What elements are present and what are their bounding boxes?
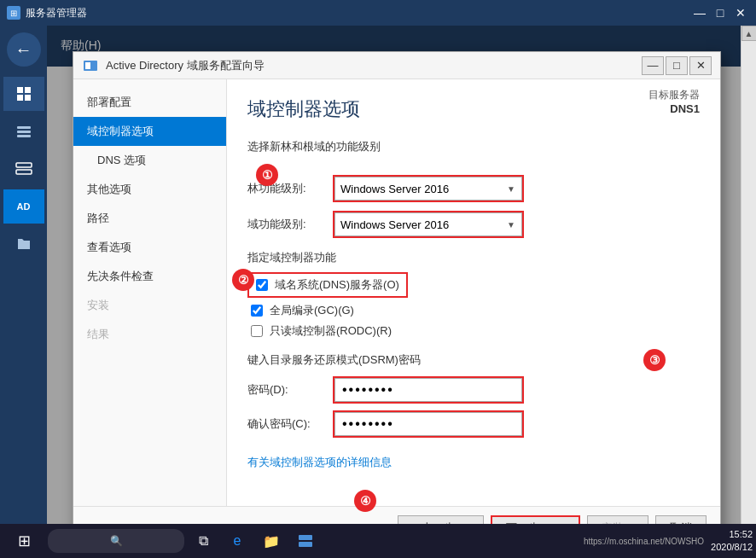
start-button[interactable]: ⊞ xyxy=(3,526,44,556)
modal-overlay: Active Directory 域服务配置向导 — □ ✕ 部署配置 域控制器… xyxy=(47,26,741,558)
gc-checkbox[interactable] xyxy=(251,305,263,317)
svg-rect-8 xyxy=(16,170,32,174)
close-button[interactable]: ✕ xyxy=(732,4,749,21)
dialog-title: Active Directory 域服务配置向导 xyxy=(106,58,642,73)
sidebar-item-files[interactable] xyxy=(3,227,44,261)
svg-rect-4 xyxy=(17,126,31,129)
nav-item-dns-options[interactable]: DNS 选项 xyxy=(73,146,226,175)
sidebar-item-dashboard[interactable] xyxy=(3,77,44,111)
domain-level-select-container: Windows Server 2016 Windows Server 2012 … xyxy=(334,212,522,236)
svg-rect-2 xyxy=(17,95,23,101)
annotation-2: ② xyxy=(232,269,254,291)
confirm-password-input-wrapper xyxy=(333,410,524,438)
nav-item-dc-options[interactable]: 域控制器选项 xyxy=(73,117,226,146)
dialog-body: 部署配置 域控制器选项 DNS 选项 其他选项 路径 查看选项 先决条件检查 安… xyxy=(73,79,720,506)
minimize-button[interactable]: — xyxy=(691,4,708,21)
info-link[interactable]: 有关域控制器选项的详细信息 xyxy=(247,456,392,468)
dialog-icon xyxy=(82,57,99,74)
target-server-label: 目标服务器 xyxy=(648,88,700,102)
password-label: 密码(D): xyxy=(247,382,333,398)
taskbar-date: 2020/8/12 xyxy=(711,541,753,554)
svg-rect-6 xyxy=(17,135,31,137)
target-server-name: DNS1 xyxy=(648,102,700,115)
dns-checkbox-wrapper: 域名系统(DNS)服务器(O) xyxy=(247,272,408,298)
domain-level-select-wrapper: Windows Server 2016 Windows Server 2012 … xyxy=(333,211,524,238)
maximize-button[interactable]: □ xyxy=(712,4,729,21)
dialog-title-bar: Active Directory 域服务配置向导 — □ ✕ xyxy=(73,52,720,79)
nav-item-other-options[interactable]: 其他选项 xyxy=(73,175,226,204)
sidebar-item-ad[interactable]: AD xyxy=(3,189,44,224)
ie-button[interactable]: e xyxy=(222,526,253,556)
dns-checkbox[interactable] xyxy=(256,279,268,291)
wizard-content: 目标服务器 DNS1 域控制器选项 选择新林和根域的功能级别 ① xyxy=(227,79,720,506)
taskbar-url: https://m.oschina.net/NOWSHO xyxy=(584,537,704,546)
svg-rect-3 xyxy=(25,95,31,101)
taskbar-right: https://m.oschina.net/NOWSHO 15:52 2020/… xyxy=(584,528,753,555)
content-area: 帮助(H) Active Directory 域服务配置向导 — □ xyxy=(47,26,741,558)
window-title: 服务器管理器 xyxy=(26,6,691,20)
right-scroll-panel: ▲ ▼ xyxy=(741,26,756,558)
annotation-4: ④ xyxy=(354,490,376,512)
confirm-password-input[interactable] xyxy=(334,412,522,436)
dsrm-section: 键入目录服务还原模式(DSRM)密码 ③ 密码(D): xyxy=(247,352,700,438)
nav-item-path[interactable]: 路径 xyxy=(73,204,226,233)
svg-rect-11 xyxy=(299,535,312,540)
confirm-password-row: 确认密码(C): xyxy=(247,410,700,438)
taskbar: ⊞ 🔍 ⧉ e 📁 https://m.oschina.net/NOWSHO 1… xyxy=(0,524,756,558)
svg-rect-12 xyxy=(299,542,312,547)
dialog-minimize-button[interactable]: — xyxy=(642,56,664,75)
gc-checkbox-row: 全局编录(GC)(G) xyxy=(247,303,700,318)
level-section: 选择新林和根域的功能级别 ① 林功能级别: xyxy=(247,139,700,238)
annotation-1: ① xyxy=(256,164,278,186)
server-manager-window: ⊞ 服务器管理器 — □ ✕ ← AD xyxy=(0,0,756,558)
svg-rect-7 xyxy=(16,163,32,167)
password-input[interactable] xyxy=(334,378,522,402)
main-area: ← AD 帮助(H) xyxy=(0,26,756,558)
dialog-maximize-button[interactable]: □ xyxy=(666,56,688,75)
dns-checkbox-label: 域名系统(DNS)服务器(O) xyxy=(275,277,399,293)
nav-item-result: 结果 xyxy=(73,320,226,349)
explorer-button[interactable]: 📁 xyxy=(256,526,287,556)
info-link-row: 有关域控制器选项的详细信息 xyxy=(247,455,700,470)
back-button[interactable]: ← xyxy=(7,32,41,67)
svg-rect-10 xyxy=(85,62,90,69)
wizard-navigation: 部署配置 域控制器选项 DNS 选项 其他选项 路径 查看选项 先决条件检查 安… xyxy=(73,79,227,506)
search-taskbar[interactable]: 🔍 xyxy=(48,529,184,553)
sidebar-item-allservers[interactable] xyxy=(3,152,44,186)
domain-level-label: 域功能级别: xyxy=(247,217,333,232)
forest-level-select-wrapper: Windows Server 2016 Windows Server 2012 … xyxy=(333,175,524,202)
rodc-checkbox[interactable] xyxy=(251,325,263,337)
sidebar-item-local[interactable] xyxy=(3,114,44,148)
target-server-panel: 目标服务器 DNS1 xyxy=(648,88,700,115)
confirm-password-label: 确认密码(C): xyxy=(247,416,333,432)
level-section-label: 选择新林和根域的功能级别 xyxy=(247,139,700,154)
nav-item-prereq[interactable]: 先决条件检查 xyxy=(73,262,226,291)
annotation-3: ③ xyxy=(643,349,666,371)
nav-item-deployment[interactable]: 部署配置 xyxy=(73,88,226,117)
sidebar: ← AD xyxy=(0,26,47,558)
forest-level-select[interactable]: Windows Server 2016 Windows Server 2012 … xyxy=(334,177,522,201)
domain-level-select[interactable]: Windows Server 2016 Windows Server 2012 … xyxy=(334,212,522,236)
taskbar-time: 15:52 xyxy=(711,528,753,541)
dialog-controls: — □ ✕ xyxy=(642,56,712,75)
svg-rect-0 xyxy=(17,87,23,93)
dialog-close-button[interactable]: ✕ xyxy=(689,56,712,75)
title-bar: ⊞ 服务器管理器 — □ ✕ xyxy=(0,0,756,26)
gc-checkbox-label: 全局编录(GC)(G) xyxy=(270,303,354,318)
nav-item-review[interactable]: 查看选项 xyxy=(73,233,226,262)
taskview-button[interactable]: ⧉ xyxy=(188,526,218,556)
svg-rect-5 xyxy=(17,131,31,133)
rodc-checkbox-label: 只读域控制器(RODC)(R) xyxy=(270,323,392,339)
dsrm-title: 键入目录服务还原模式(DSRM)密码 xyxy=(247,352,700,368)
taskbar-clock: 15:52 2020/8/12 xyxy=(711,528,753,555)
search-icon: 🔍 xyxy=(110,535,123,547)
server-manager-taskbar[interactable] xyxy=(290,526,321,556)
ad-wizard-dialog: Active Directory 域服务配置向导 — □ ✕ 部署配置 域控制器… xyxy=(73,51,721,550)
forest-level-select-container: Windows Server 2016 Windows Server 2012 … xyxy=(334,177,522,201)
scroll-up-button[interactable]: ▲ xyxy=(741,26,757,41)
app-icon: ⊞ xyxy=(7,6,20,20)
svg-rect-1 xyxy=(25,87,31,93)
password-input-wrapper xyxy=(333,376,524,404)
window-controls: — □ ✕ xyxy=(691,4,749,21)
dc-capabilities-section: 指定域控制器功能 ② 域名系统(DNS)服务器(O) 全局编录(GC)(G) xyxy=(247,250,700,339)
